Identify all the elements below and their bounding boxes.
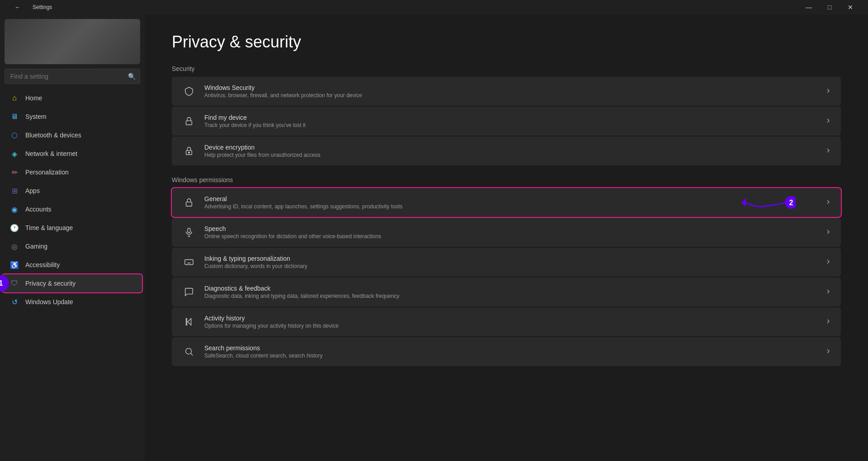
sidebar-label-accounts: Accounts [25,206,52,213]
title-bar-left: ← Settings [7,0,52,14]
maximize-button[interactable]: □ [819,0,840,14]
settings-item-desc-inking-typing: Custom dictionary, words in your diction… [204,263,820,269]
sidebar-icon-apps: ⊞ [10,186,19,195]
sidebar-item-network[interactable]: ◈Network & internet [3,145,142,163]
sidebar-label-bluetooth: Bluetooth & devices [25,132,81,139]
sidebar: 🔍 ⌂Home🖥System⬡Bluetooth & devices◈Netwo… [0,14,145,461]
sidebar-item-personalization[interactable]: ✏Personalization [3,163,142,181]
settings-item-title-inking-typing: Inking & typing personalization [204,255,820,262]
sidebar-item-accounts[interactable]: ◉Accounts [3,200,142,218]
settings-item-activity-history[interactable]: Activity historyOptions for managing you… [172,307,841,336]
svg-rect-8 [185,260,193,265]
settings-item-find-my-device[interactable]: Find my deviceTrack your device if you t… [172,107,841,136]
settings-list: GeneralAdvertising ID, local content, ap… [172,188,841,366]
app-body: 🔍 ⌂Home🖥System⬡Bluetooth & devices◈Netwo… [0,14,868,461]
settings-item-title-speech: Speech [204,225,820,232]
sidebar-icon-update: ↺ [10,297,19,306]
sidebar-icon-bluetooth: ⬡ [10,131,19,140]
sidebar-item-accessibility[interactable]: ♿Accessibility [3,256,142,274]
sidebar-label-apps: Apps [25,187,40,194]
sidebar-icon-accessibility: ♿ [10,260,19,269]
settings-item-title-diagnostics: Diagnostics & feedback [204,285,820,292]
sidebar-profile [5,19,140,64]
settings-item-arrow-speech [825,228,832,237]
settings-item-desc-general: Advertising ID, local content, app launc… [204,203,820,210]
sidebar-label-accessibility: Accessibility [25,261,60,268]
sidebar-nav: ⌂Home🖥System⬡Bluetooth & devices◈Network… [0,89,145,311]
back-button[interactable]: ← [7,0,28,14]
sidebar-icon-gaming: ◎ [10,242,19,251]
settings-item-title-windows-security: Windows Security [204,84,820,91]
search-box: 🔍 [5,69,140,84]
svg-point-14 [186,348,192,354]
settings-item-desc-speech: Online speech recognition for dictation … [204,233,820,240]
settings-item-desc-device-encryption: Help protect your files from unauthorize… [204,152,820,158]
settings-item-title-activity-history: Activity history [204,315,820,322]
annotation-badge-1: 1 [0,275,9,292]
svg-rect-0 [186,121,192,125]
title-bar-title: Settings [33,4,52,10]
sidebar-item-update[interactable]: ↺Windows Update [3,293,142,311]
settings-item-icon-find-my-device [181,113,197,129]
settings-item-desc-find-my-device: Track your device if you think you've lo… [204,122,820,128]
settings-item-title-find-my-device: Find my device [204,114,820,121]
svg-point-2 [189,152,190,153]
svg-line-15 [191,353,193,355]
settings-item-icon-windows-security [181,83,197,99]
sidebar-item-gaming[interactable]: ◎Gaming [3,237,142,255]
sidebar-label-update: Windows Update [25,298,73,306]
settings-item-desc-diagnostics: Diagnostic data, inking and typing data,… [204,293,820,299]
sidebar-label-time: Time & language [25,224,73,231]
section-heading-windows-permissions: Windows permissions [172,176,841,183]
settings-item-icon-diagnostics [181,284,197,300]
sidebar-label-personalization: Personalization [25,169,69,176]
sidebar-label-gaming: Gaming [25,243,47,250]
settings-item-inking-typing[interactable]: Inking & typing personalizationCustom di… [172,248,841,277]
settings-item-arrow-windows-security [825,87,832,96]
sidebar-icon-network: ◈ [10,149,19,158]
title-bar-controls: — □ ✕ [798,0,861,14]
settings-item-icon-inking-typing [181,254,197,270]
settings-item-windows-security[interactable]: Windows SecurityAntivirus, browser, fire… [172,77,841,106]
settings-item-arrow-activity-history [825,318,832,326]
main-content: Privacy & security SecurityWindows Secur… [145,14,868,461]
settings-item-search-permissions[interactable]: Search permissionsSafeSearch, cloud cont… [172,337,841,366]
settings-item-diagnostics[interactable]: Diagnostics & feedbackDiagnostic data, i… [172,278,841,306]
sidebar-item-system[interactable]: 🖥System [3,108,142,126]
settings-item-arrow-search-permissions [825,348,832,356]
settings-item-device-encryption[interactable]: Device encryptionHelp protect your files… [172,136,841,165]
sidebar-label-system: System [25,113,47,120]
sidebar-icon-time: 🕐 [10,223,19,232]
sidebar-item-time[interactable]: 🕐Time & language [3,219,142,237]
svg-rect-3 [186,202,192,206]
close-button[interactable]: ✕ [840,0,861,14]
settings-item-title-device-encryption: Device encryption [204,144,820,151]
sidebar-icon-accounts: ◉ [10,205,19,214]
settings-item-text-search-permissions: Search permissionsSafeSearch, cloud cont… [204,344,820,359]
settings-item-icon-activity-history [181,314,197,330]
sidebar-item-bluetooth[interactable]: ⬡Bluetooth & devices [3,126,142,144]
sidebar-label-network: Network & internet [25,150,77,157]
sidebar-icon-system: 🖥 [10,112,19,121]
title-bar: ← Settings — □ ✕ [0,0,868,14]
settings-item-arrow-diagnostics [825,288,832,296]
page-title: Privacy & security [172,33,841,52]
sidebar-icon-personalization: ✏ [10,168,19,177]
search-input[interactable] [5,69,140,84]
settings-item-speech[interactable]: SpeechOnline speech recognition for dict… [172,218,841,247]
settings-item-text-windows-security: Windows SecurityAntivirus, browser, fire… [204,84,820,99]
settings-list: Windows SecurityAntivirus, browser, fire… [172,77,841,165]
minimize-button[interactable]: — [798,0,819,14]
settings-item-text-diagnostics: Diagnostics & feedbackDiagnostic data, i… [204,285,820,299]
settings-item-title-search-permissions: Search permissions [204,344,820,352]
sidebar-item-privacy[interactable]: 1🛡Privacy & security [3,274,142,292]
svg-rect-7 [188,228,190,233]
settings-item-desc-search-permissions: SafeSearch, cloud content search, search… [204,353,820,359]
profile-image [5,19,140,64]
sidebar-item-home[interactable]: ⌂Home [3,89,142,107]
settings-item-desc-activity-history: Options for managing your activity histo… [204,323,820,329]
settings-item-general[interactable]: GeneralAdvertising ID, local content, ap… [172,188,841,217]
settings-item-icon-general [181,194,197,211]
sidebar-item-apps[interactable]: ⊞Apps [3,182,142,200]
sidebar-label-privacy: Privacy & security [25,280,75,287]
